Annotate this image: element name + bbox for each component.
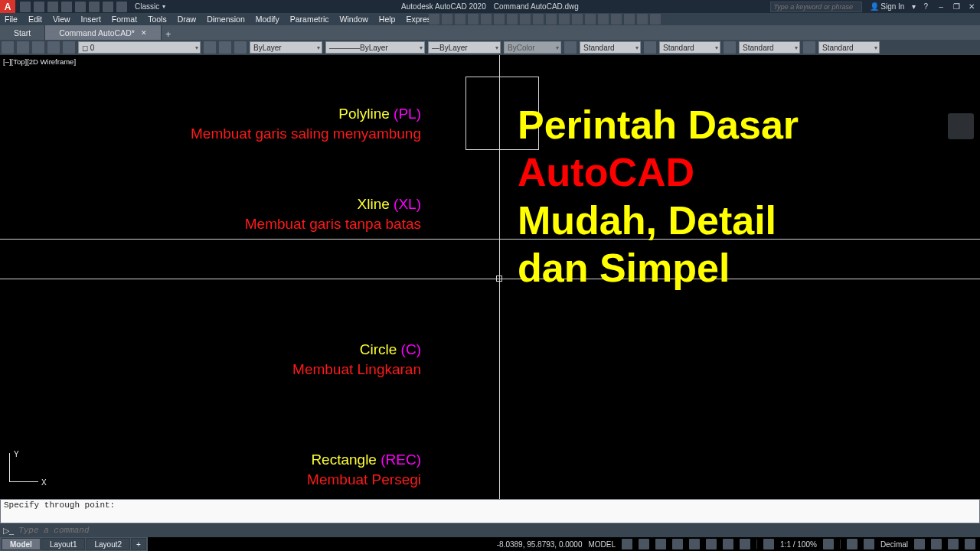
new-tab-button[interactable]: +	[162, 29, 175, 40]
toolbar-icon[interactable]	[559, 14, 570, 24]
viewcube[interactable]	[948, 113, 974, 139]
menu-draw[interactable]: Draw	[178, 15, 197, 24]
textstyle-dropdown[interactable]: Standard	[580, 41, 641, 54]
toolbar-icon[interactable]	[546, 14, 557, 24]
drawing-canvas[interactable]: Polyline (PL) Membuat garis saling menya…	[0, 55, 980, 499]
status-units[interactable]: Decimal	[880, 540, 908, 549]
exchange-icon[interactable]: ▾	[912, 2, 916, 11]
transparency-icon[interactable]	[740, 539, 750, 549]
sign-in-button[interactable]: 👤 Sign In	[870, 2, 905, 11]
menu-format[interactable]: Format	[112, 15, 137, 24]
tab-active-file[interactable]: Command AutoCAD*✕	[45, 25, 162, 40]
isolate-icon[interactable]	[914, 539, 925, 549]
menu-modify[interactable]: Modify	[256, 15, 279, 24]
menu-edit[interactable]: Edit	[28, 15, 42, 24]
table-icon[interactable]	[724, 41, 736, 54]
menu-insert[interactable]: Insert	[81, 15, 101, 24]
toolbar-icon[interactable]	[520, 14, 531, 24]
tab-model[interactable]: Model	[2, 538, 41, 550]
snap-icon[interactable]	[639, 539, 649, 549]
toolbar-icon[interactable]	[650, 14, 661, 24]
minimize-icon[interactable]: –	[936, 2, 946, 12]
toolbar-icon[interactable]	[507, 14, 518, 24]
toolbar-icon[interactable]	[598, 14, 609, 24]
color-dropdown[interactable]: ByLayer	[250, 41, 322, 54]
toolbar-icon[interactable]	[481, 14, 492, 24]
layer-mgr-icon[interactable]	[2, 41, 14, 54]
otrack-icon[interactable]	[706, 539, 717, 549]
lwt-icon[interactable]	[723, 539, 733, 549]
undo-icon[interactable]	[89, 2, 100, 12]
tab-start[interactable]: Start	[0, 25, 45, 40]
toolbar-icon[interactable]	[494, 14, 505, 24]
menu-dimension[interactable]: Dimension	[207, 15, 245, 24]
lineweight-dropdown[interactable]: — ByLayer	[428, 41, 501, 54]
layer-match-icon[interactable]	[219, 41, 231, 54]
toolbar-icon[interactable]	[442, 14, 452, 24]
layer-dropdown[interactable]: ◻ 0	[78, 41, 201, 54]
menu-parametric[interactable]: Parametric	[290, 15, 329, 24]
layer-icon[interactable]	[47, 41, 60, 54]
polar-icon[interactable]	[672, 539, 683, 549]
viewport-label[interactable]: [–][Top][2D Wireframe]	[3, 57, 76, 66]
tablestyle-dropdown[interactable]: Standard	[739, 41, 800, 54]
gear-icon[interactable]	[823, 539, 834, 549]
toolbar-icon[interactable]	[455, 14, 466, 24]
tab-layout2[interactable]: Layout2	[86, 538, 130, 550]
close-tab-icon[interactable]: ✕	[141, 29, 147, 37]
menu-window[interactable]: Window	[339, 15, 368, 24]
status-scale[interactable]: 1:1 / 100%	[780, 540, 817, 549]
customize-icon[interactable]	[965, 539, 975, 549]
toolbar-icon[interactable]	[468, 14, 479, 24]
add-layout-button[interactable]: +	[131, 538, 146, 550]
new-icon[interactable]	[20, 2, 31, 12]
toolbar-icon[interactable]	[624, 14, 635, 24]
toolbar-icon[interactable]	[533, 14, 544, 24]
command-input[interactable]	[18, 526, 977, 535]
anno-scale-icon[interactable]	[763, 539, 774, 549]
dimstyle-dropdown[interactable]: Standard	[659, 41, 720, 54]
open-icon[interactable]	[34, 2, 44, 12]
anno-monitor-icon[interactable]	[864, 539, 874, 549]
mlstyle-dropdown[interactable]: Standard	[818, 41, 880, 54]
toolbar-icon[interactable]	[585, 14, 596, 24]
ucs-icon[interactable]: Y X	[9, 453, 47, 491]
command-history[interactable]: Specify through point:	[0, 499, 980, 523]
hardware-icon[interactable]	[931, 539, 942, 549]
workspace-label[interactable]: Classic	[135, 2, 159, 11]
plot-icon[interactable]	[75, 2, 86, 12]
text-icon[interactable]	[564, 41, 577, 54]
layer-prev-icon[interactable]	[204, 41, 216, 54]
app-logo[interactable]: A	[0, 0, 15, 13]
dim-icon[interactable]	[644, 41, 656, 54]
layer-icon[interactable]	[63, 41, 75, 54]
search-input[interactable]	[770, 2, 862, 12]
close-icon[interactable]: ✕	[966, 2, 977, 12]
status-coords[interactable]: -8.0389, 95.8793, 0.0000	[497, 540, 583, 549]
toolbar-icon[interactable]	[637, 14, 648, 24]
saveas-icon[interactable]	[61, 2, 72, 12]
restore-icon[interactable]: ❐	[951, 2, 962, 12]
workspace-switch-icon[interactable]	[847, 539, 858, 549]
cleanscreen-icon[interactable]	[948, 539, 959, 549]
tab-layout1[interactable]: Layout1	[41, 538, 86, 550]
toolbar-icon[interactable]	[611, 14, 622, 24]
color-icon[interactable]	[234, 41, 247, 54]
status-space[interactable]: MODEL	[589, 540, 616, 549]
layer-filter-icon[interactable]	[32, 41, 44, 54]
mleader-icon[interactable]	[803, 41, 815, 54]
toolbar-icon[interactable]	[429, 14, 439, 24]
linetype-dropdown[interactable]: ———— ByLayer	[325, 41, 425, 54]
redo-icon[interactable]	[103, 2, 113, 12]
osnap-icon[interactable]	[689, 539, 700, 549]
menu-view[interactable]: View	[53, 15, 70, 24]
workspace-icon[interactable]	[116, 2, 127, 12]
menu-tools[interactable]: Tools	[148, 15, 167, 24]
plot-color-dropdown[interactable]: ByColor	[504, 41, 561, 54]
toolbar-icon[interactable]	[572, 14, 583, 24]
grid-icon[interactable]	[622, 539, 632, 549]
layer-state-icon[interactable]	[17, 41, 29, 54]
menu-help[interactable]: Help	[379, 15, 396, 24]
save-icon[interactable]	[47, 2, 58, 12]
menu-file[interactable]: File	[5, 15, 18, 24]
